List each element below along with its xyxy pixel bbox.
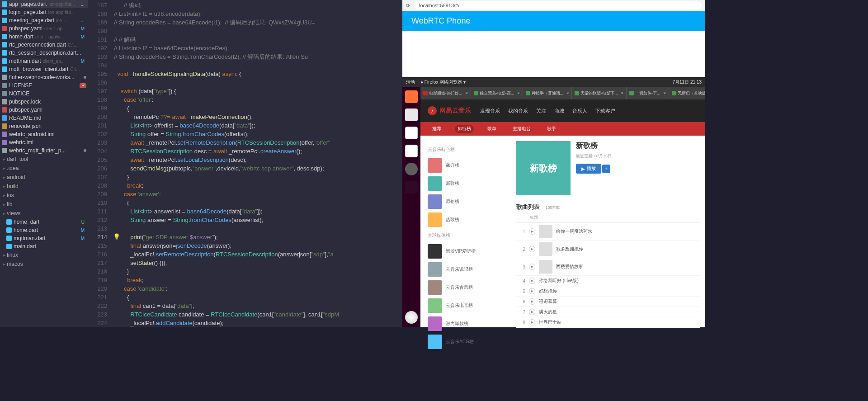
browser-tab[interactable]: 一切如你-下...×	[627, 87, 669, 99]
open-file[interactable]: mqtt_browser_client.dartC:\...	[0, 65, 88, 73]
song-row[interactable]: 3▶西楼爱情故事	[516, 258, 700, 276]
subnav-item[interactable]: 歌单	[485, 125, 499, 133]
project-file[interactable]: pubspec.yaml	[0, 106, 88, 114]
open-file[interactable]: login_page.dartion-app-flut...	[0, 8, 88, 16]
play-icon[interactable]: ▶	[529, 319, 535, 326]
project-file[interactable]: renovate.json	[0, 122, 88, 130]
project-file[interactable]: pubspec.lock	[0, 98, 88, 106]
song-row[interactable]: 7▶满天的星	[516, 307, 700, 317]
subnav-item[interactable]: 主播电台	[510, 125, 533, 133]
terminal-icon[interactable]	[405, 181, 418, 193]
song-row[interactable]: 1▶给你一瓶魔法药水	[516, 223, 700, 241]
playlist-item[interactable]: 黑胶VIP爱听榜	[428, 242, 504, 260]
firefox-icon[interactable]	[405, 90, 418, 103]
open-file[interactable]: rtc_peerconnection.dartC:\...	[0, 41, 88, 49]
settings-icon[interactable]	[405, 163, 418, 175]
playlist-cover	[428, 298, 442, 313]
show-apps-icon[interactable]	[405, 311, 418, 324]
close-icon[interactable]: ×	[621, 91, 623, 95]
song-row[interactable]: 4▶你给我听好 (Live版)	[516, 276, 700, 286]
browser-tab[interactable]: 无所归（首映版...×	[669, 87, 705, 99]
document-icon[interactable]	[405, 145, 418, 157]
playlist-item[interactable]: 云音乐电音榜	[428, 297, 504, 315]
song-row[interactable]: 8▶世界巴士站	[516, 317, 700, 328]
open-file[interactable]: meeting_page.dartion-......	[0, 16, 88, 24]
playlist-item[interactable]: 潜力爆款榜	[428, 315, 504, 333]
activities-button[interactable]: 活动	[406, 79, 415, 85]
song-row[interactable]: 5▶好想抱你	[516, 286, 700, 297]
playlist-item[interactable]: 云音乐古风榜	[428, 278, 504, 297]
subnav-item[interactable]: 排行榜	[455, 125, 474, 133]
open-file[interactable]: rtc_session_description.dart...	[0, 49, 88, 57]
open-file[interactable]: pubspec.yamlclient_ap...M	[0, 24, 88, 33]
nav-item[interactable]: 商城	[554, 108, 564, 114]
lib-file[interactable]: main.dart	[5, 242, 88, 250]
open-file[interactable]: home.dartclient_app\w...M	[0, 33, 88, 41]
lib-file[interactable]: mqttman.dartM	[5, 234, 88, 242]
playlist-item[interactable]: 新歌榜	[428, 175, 504, 193]
lightbulb-icon[interactable]: 💡	[113, 233, 120, 240]
subnav-item[interactable]: 推荐	[429, 125, 444, 133]
browser-tab[interactable]: 天堂的张望-电影下...×	[572, 87, 627, 99]
folder[interactable]: views	[0, 209, 88, 218]
subnav-item[interactable]: 歌手	[544, 125, 559, 133]
play-icon[interactable]: ▶	[529, 264, 535, 270]
folder[interactable]: macos	[0, 259, 88, 269]
close-icon[interactable]: ×	[566, 91, 569, 95]
lib-file[interactable]: home_dartU	[5, 218, 88, 226]
address-bar[interactable]: localhost:55913/#/	[414, 1, 702, 9]
playlist-item[interactable]: 云音乐说唱榜	[428, 260, 504, 278]
close-icon[interactable]: ×	[517, 91, 519, 95]
nav-item[interactable]: 关注	[536, 108, 546, 114]
text-editor-icon[interactable]	[405, 127, 418, 139]
project-file[interactable]: webrtc.iml	[0, 138, 88, 146]
project-file[interactable]: README.md	[0, 114, 88, 122]
folder[interactable]: build	[0, 182, 88, 191]
playlist-item[interactable]: 飙升榜	[428, 156, 504, 175]
project-file[interactable]: webrtc_android.iml	[0, 130, 88, 138]
add-button[interactable]: +	[602, 165, 610, 173]
play-icon[interactable]: ▶	[529, 228, 535, 235]
browser-tab[interactable]: 种植手（普通话...×	[523, 87, 572, 99]
lib-file[interactable]: home.dartM	[5, 226, 88, 234]
folder[interactable]: linux	[0, 250, 88, 259]
play-button[interactable]: ▶ 播放	[576, 164, 601, 174]
current-app[interactable]: ● Firefox 网络浏览器 ▾	[420, 79, 466, 85]
nav-item[interactable]: 我的音乐	[508, 108, 528, 114]
project-file[interactable]: flutter-webrtc-code-works...	[0, 73, 88, 81]
project-file[interactable]: NOTICE	[0, 90, 88, 98]
project-file[interactable]: LICENSEP	[0, 81, 88, 90]
project-file[interactable]: webrtc_mqtt_flutter_p...	[0, 146, 88, 155]
reload-icon[interactable]: ⟳	[406, 3, 410, 9]
folder[interactable]: .idea	[0, 164, 88, 173]
code-editor[interactable]: 1871881891901911921931941951961971981992…	[88, 0, 402, 327]
playlist-item[interactable]: 热歌榜	[428, 211, 504, 229]
play-icon[interactable]: ▶	[529, 278, 535, 284]
folder[interactable]: lib	[0, 200, 88, 209]
play-icon[interactable]: ▶	[529, 309, 535, 315]
browser-tab[interactable]: 电影频道-热门好...×	[420, 87, 471, 99]
folder[interactable]: ios	[0, 191, 88, 200]
clock[interactable]: 7月11日 21:13	[673, 79, 702, 85]
open-file[interactable]: mqttman.dartclient_ap...M	[0, 57, 88, 65]
song-row[interactable]: 2▶我多想拥抱你	[516, 241, 700, 258]
nav-item[interactable]: 发现音乐	[480, 108, 500, 114]
song-row[interactable]: 6▶迢迢暮暮	[516, 297, 700, 307]
playlist-item[interactable]: 原创榜	[428, 193, 504, 211]
code-area[interactable]: // 编码 // List<int> l1 = utf8.encode(data…	[111, 0, 402, 327]
folder[interactable]: dart_tool	[0, 155, 88, 164]
netease-logo[interactable]: ♪ 网易云音乐	[428, 106, 471, 115]
browser-tab[interactable]: 独立荒岛-电影-高...×	[471, 87, 523, 99]
files-icon[interactable]	[405, 109, 418, 121]
chart-cover[interactable]: 新歌榜	[516, 141, 571, 195]
close-icon[interactable]: ×	[664, 91, 666, 95]
nav-item[interactable]: 下载客户	[595, 108, 615, 114]
close-icon[interactable]: ×	[466, 91, 468, 95]
play-icon[interactable]: ▶	[529, 298, 535, 305]
open-file[interactable]: app_pages.dartion-app-flut......	[0, 0, 88, 8]
folder[interactable]: android	[0, 173, 88, 182]
nav-item[interactable]: 音乐人	[572, 108, 587, 114]
playlist-item[interactable]: 云音乐ACG榜	[428, 333, 504, 351]
play-icon[interactable]: ▶	[529, 246, 535, 252]
play-icon[interactable]: ▶	[529, 288, 535, 294]
